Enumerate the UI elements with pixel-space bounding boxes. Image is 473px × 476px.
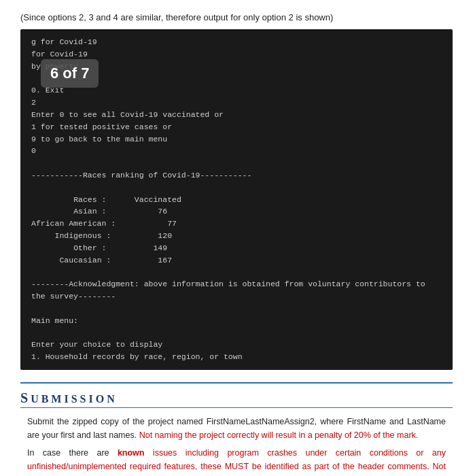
submission-para1-red: Not naming the project correctly will re… <box>137 430 418 440</box>
terminal-section: 6 of 7 g for Covid-19 for Covid-19 by po… <box>20 29 453 370</box>
submission-section: SUBMISSION Submit the zipped copy of the… <box>20 390 453 476</box>
submission-title: SUBMISSION <box>20 390 453 408</box>
submission-body: Submit the zipped copy of the project na… <box>20 415 453 476</box>
submission-para2-bold: known <box>118 448 145 458</box>
submission-para2: In case there are known issues including… <box>27 446 446 476</box>
submission-title-first: S <box>20 390 31 405</box>
submission-para2-start: In case there are <box>27 448 118 458</box>
submission-para1: Submit the zipped copy of the project na… <box>27 415 446 442</box>
submission-title-rest: UBMISSION <box>31 393 118 405</box>
slide-badge: 6 of 7 <box>41 59 99 88</box>
section-divider <box>20 382 453 384</box>
intro-note: (Since options 2, 3 and 4 are similar, t… <box>20 12 453 22</box>
